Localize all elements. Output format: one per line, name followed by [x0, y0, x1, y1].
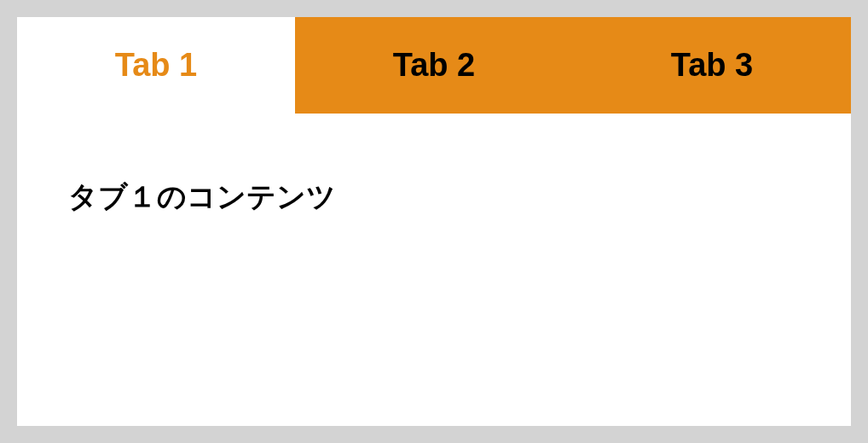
content-text: タブ１のコンテンツ [68, 180, 336, 213]
tab-3-label: Tab 3 [671, 47, 753, 83]
tab-3[interactable]: Tab 3 [573, 17, 851, 114]
tab-container: Tab 1 Tab 2 Tab 3 タブ１のコンテンツ [17, 17, 851, 426]
tab-content: タブ１のコンテンツ [17, 114, 851, 426]
tab-2[interactable]: Tab 2 [295, 17, 573, 114]
tab-2-label: Tab 2 [393, 47, 475, 83]
tab-1-label: Tab 1 [115, 47, 197, 83]
tab-1[interactable]: Tab 1 [17, 17, 295, 114]
tab-bar: Tab 1 Tab 2 Tab 3 [17, 17, 851, 114]
